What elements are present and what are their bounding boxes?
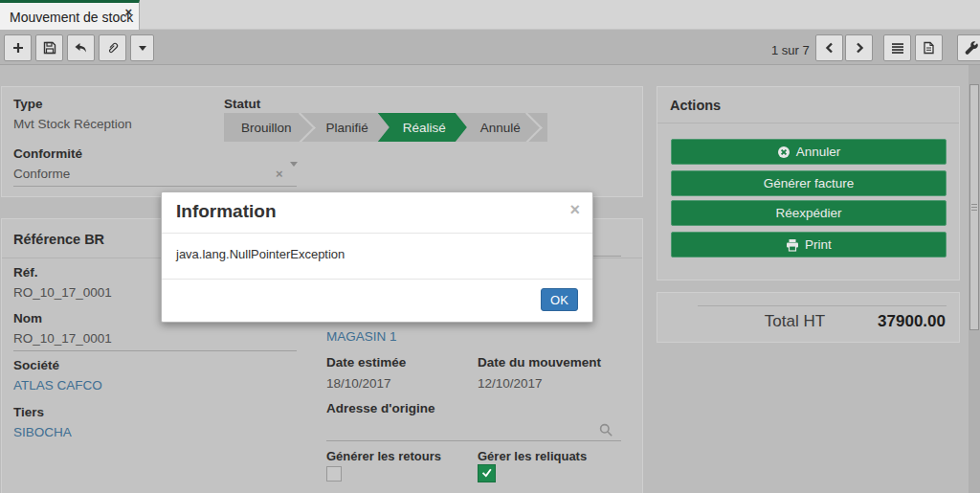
form-view-button[interactable]	[915, 34, 943, 61]
tab-title: Mouvement de stock	[10, 10, 133, 25]
dialog-message: java.lang.NullPointerException	[176, 247, 345, 261]
ref-label: Réf.	[13, 265, 38, 280]
dialog-body: java.lang.NullPointerException	[162, 234, 592, 279]
date-estimee-value[interactable]: 18/10/2017	[326, 376, 391, 391]
chevron-right-icon	[854, 42, 865, 54]
reexpedier-button[interactable]: Réexpédier	[671, 200, 947, 226]
generer-retours-label: Générer les retours	[326, 449, 441, 463]
dialog-title: Information	[176, 201, 277, 221]
form-view-icon	[923, 41, 935, 55]
tools-button[interactable]	[957, 34, 980, 61]
tab-close-icon[interactable]: ×	[124, 6, 132, 18]
next-record-button[interactable]	[845, 34, 873, 61]
nom-input[interactable]: RO_10_17_0001	[13, 331, 112, 346]
clear-selection-icon[interactable]: ×	[276, 167, 283, 181]
printer-icon	[786, 238, 799, 252]
status-step-brouillon: Brouillon	[224, 113, 298, 142]
save-button[interactable]	[35, 34, 63, 61]
panel-divider	[657, 123, 959, 123]
type-label: Type	[13, 97, 43, 111]
statut-label: Statut	[224, 97, 260, 111]
tab-bar: Mouvement de stock ×	[0, 0, 980, 30]
status-step-planifie: Planifié	[321, 113, 378, 142]
plus-icon	[11, 41, 25, 55]
chevron-left-icon	[824, 42, 835, 54]
dialog-footer: OK	[162, 279, 592, 322]
print-button[interactable]: Print	[671, 232, 947, 258]
scrollbar-grip-icon	[971, 204, 977, 205]
toolbar-more-button[interactable]	[130, 34, 154, 61]
gerer-reliquats-label: Gérer les reliquats	[478, 449, 587, 463]
caret-down-icon	[139, 46, 146, 55]
magasin-link[interactable]: MAGASIN 1	[326, 329, 397, 344]
attachment-button[interactable]	[99, 34, 126, 61]
reference-panel-title: Référence BR	[13, 232, 104, 247]
adresse-origine-input-underline[interactable]	[326, 440, 621, 441]
total-divider	[698, 305, 947, 306]
ok-button[interactable]: OK	[541, 288, 578, 311]
adresse-origine-label: Adresse d'origine	[326, 401, 435, 415]
nom-underline	[13, 350, 297, 351]
total-ht-value: 37900.00	[878, 312, 946, 331]
status-separator-icon	[298, 113, 321, 142]
tiers-link[interactable]: SIBOCHA	[13, 425, 72, 439]
societe-link[interactable]: ATLAS CAFCO	[13, 378, 102, 392]
status-separator-icon	[524, 113, 547, 142]
save-icon	[43, 41, 56, 55]
conformite-label: Conformité	[13, 146, 82, 161]
total-panel: Total HT 37900.00	[657, 292, 960, 343]
information-dialog: Information × java.lang.NullPointerExcep…	[161, 191, 593, 323]
annuler-button[interactable]: Annuler	[671, 139, 947, 165]
scrollbar-grip-icon	[971, 207, 977, 208]
prev-record-button[interactable]	[815, 34, 843, 61]
conformite-select[interactable]: Conforme	[13, 167, 70, 181]
date-mouvement-label: Date du mouvement	[478, 355, 601, 370]
status-step-realise-active: Réalisé	[378, 113, 467, 142]
cancel-circle-icon	[777, 146, 791, 159]
societe-label: Société	[13, 358, 59, 372]
conformite-underline	[13, 186, 297, 187]
undo-button[interactable]	[67, 34, 95, 61]
new-record-button[interactable]	[4, 34, 32, 61]
tab-mouvement-de-stock[interactable]: Mouvement de stock ×	[0, 0, 140, 30]
wrench-icon	[965, 41, 978, 55]
vertical-scrollbar[interactable]	[969, 65, 980, 493]
scrollbar-thumb[interactable]	[969, 84, 979, 330]
pagination-label: 1 sur 7	[771, 43, 810, 57]
generer-retours-checkbox[interactable]	[326, 466, 342, 482]
total-ht-label: Total HT	[765, 312, 825, 331]
type-value: Mvt Stock Réception	[13, 117, 132, 131]
date-mouvement-value[interactable]: 12/10/2017	[478, 376, 543, 391]
dialog-close-icon[interactable]: ×	[569, 201, 580, 218]
gerer-reliquats-checkbox[interactable]	[478, 464, 496, 482]
nom-label: Nom	[13, 311, 42, 325]
app-window: Mouvement de stock × 1 sur 7	[0, 0, 980, 493]
checkmark-icon	[480, 465, 493, 482]
dialog-header: Information ×	[162, 192, 592, 234]
list-view-button[interactable]	[883, 34, 911, 61]
attachment-icon	[106, 41, 120, 55]
search-icon[interactable]	[599, 423, 613, 441]
status-workflow: Brouillon Planifié Réalisé Annulé	[224, 113, 547, 142]
date-estimee-label: Date estimée	[326, 355, 406, 370]
header-panel: Type Mvt Stock Réception Statut Brouillo…	[1, 86, 643, 197]
undo-icon	[74, 41, 88, 55]
tiers-label: Tiers	[13, 405, 44, 419]
toolbar: 1 sur 7	[0, 30, 980, 65]
generer-facture-button[interactable]: Générer facture	[671, 170, 947, 196]
status-step-annule: Annulé	[467, 113, 524, 142]
select-caret-icon[interactable]	[290, 167, 298, 181]
list-view-icon	[891, 42, 904, 55]
scrollbar-grip-icon	[971, 210, 977, 211]
actions-panel-title: Actions	[670, 98, 721, 113]
actions-panel: Actions Annuler Générer facture Réexpédi…	[657, 86, 960, 280]
ref-value: RO_10_17_0001	[13, 285, 112, 300]
